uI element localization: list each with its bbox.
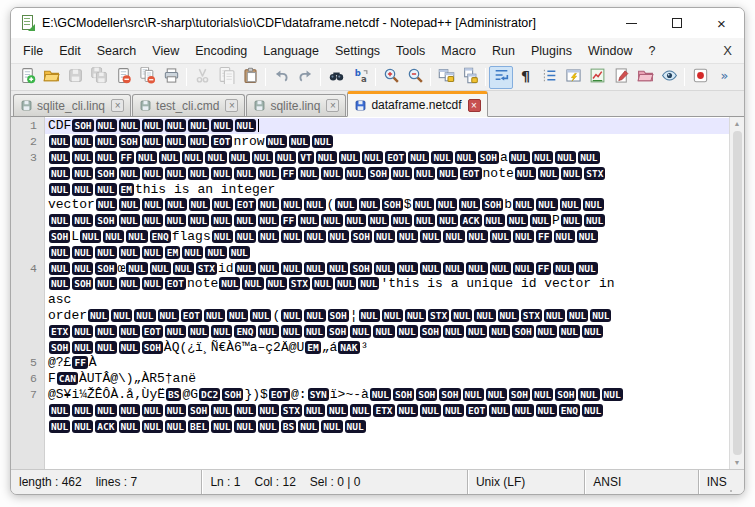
menu-item-tools[interactable]: Tools	[388, 41, 433, 61]
control-char-block: NUL	[188, 167, 209, 180]
document-map-button[interactable]	[585, 66, 609, 89]
menu-item-edit[interactable]: Edit	[51, 41, 89, 61]
saved-file-icon	[20, 99, 33, 112]
replace-button[interactable]: ba	[348, 66, 372, 89]
folder-as-workspace-button[interactable]	[633, 66, 657, 89]
record-macro-button[interactable]	[688, 66, 712, 89]
menu-item-window[interactable]: Window	[580, 41, 640, 61]
redo-button[interactable]	[293, 66, 317, 89]
toolbar: ba¶»	[11, 63, 744, 91]
word-wrap-button[interactable]	[489, 66, 513, 89]
control-char-block: SOH	[509, 388, 530, 401]
line-number: 1	[11, 119, 45, 132]
menu-item-file[interactable]: File	[15, 41, 51, 61]
save-button[interactable]	[63, 66, 87, 89]
menu-item-encoding[interactable]: Encoding	[187, 41, 255, 61]
function-list-button[interactable]	[609, 66, 633, 89]
close-button[interactable]: ×	[699, 8, 744, 38]
text-segment: })$	[244, 387, 267, 402]
tab-close-icon[interactable]: ×	[326, 99, 339, 112]
text-area[interactable]: 1CDFSOHNULNULNULNULNULNULNUL2NULNULNULSO…	[11, 118, 729, 469]
overflow-button[interactable]: »	[712, 66, 736, 89]
scroll-up-icon[interactable]: ▲	[734, 117, 741, 130]
indent-guides-icon	[541, 67, 558, 88]
control-char-block: SOH	[416, 388, 437, 401]
cut-button[interactable]	[190, 66, 214, 89]
control-char-block: STX	[196, 262, 217, 275]
menu-item-search[interactable]: Search	[89, 41, 145, 61]
eol-format[interactable]: Unix (LF)	[468, 470, 585, 494]
tab-close-icon[interactable]: ×	[468, 99, 481, 112]
tab-sqlite_cli.linq[interactable]: sqlite_cli.linq×	[13, 94, 131, 116]
indent-guides-button[interactable]	[537, 66, 561, 89]
sync-horizontal-button[interactable]	[458, 66, 482, 89]
menu-item-view[interactable]: View	[144, 41, 187, 61]
vertical-scrollbar[interactable]: ▲ ▼	[729, 117, 744, 469]
resize-grip[interactable]	[727, 482, 734, 494]
control-char-block: NUL	[554, 230, 575, 243]
menu-item-macro[interactable]: Macro	[433, 41, 484, 61]
control-char-block: NUL	[258, 404, 279, 417]
control-char-block: NUL	[119, 341, 140, 354]
scrollbar-thumb[interactable]	[733, 131, 742, 455]
find-button[interactable]	[324, 66, 348, 89]
tab-test_cli.cmd[interactable]: test_cli.cmd×	[132, 94, 245, 116]
row-content: @S¥i¼ŽÊÔÀ.å‚ÙyËBS@GDC2SOH})$EOT@:SYNï>~-…	[45, 387, 729, 403]
control-char-block: NUL	[583, 198, 604, 211]
maximize-button[interactable]	[654, 8, 699, 38]
close-icon: ×	[717, 16, 726, 31]
row-content: orderNULNULNULNULEOTNULNULNUL(NULNULSOH¦…	[45, 308, 729, 324]
menu-item-help[interactable]: ?	[640, 41, 663, 61]
editor-row: SOHLNULNULNULENQflagsNULNULNULNULNULNULS…	[11, 229, 729, 245]
text-segment: CDF	[48, 118, 71, 133]
copy-button[interactable]	[214, 66, 238, 89]
menu-item-run[interactable]: Run	[484, 41, 523, 61]
tab-close-icon[interactable]: ×	[225, 99, 238, 112]
control-char-block: NUL	[443, 230, 464, 243]
print-button[interactable]	[159, 66, 183, 89]
sync-vertical-button[interactable]	[434, 66, 458, 89]
open-file-button[interactable]	[39, 66, 63, 89]
title-bar[interactable]: E:\GCModeller\src\R-sharp\tutorials\io\C…	[11, 8, 744, 38]
menu-item-plugins[interactable]: Plugins	[523, 41, 580, 61]
paste-button[interactable]	[238, 66, 262, 89]
user-defined-language-button[interactable]	[561, 66, 585, 89]
zoom-out-button[interactable]	[403, 66, 427, 89]
row-content: NULNULSOHœNULNULNULSTXidNULNULNULNULNULS…	[45, 260, 729, 276]
menu-item-language[interactable]: Language	[255, 41, 327, 61]
control-char-block: NUL	[49, 420, 70, 433]
tab-dataframe.netcdf[interactable]: dataframe.netcdf×	[347, 91, 487, 117]
control-char-block: NUL	[455, 151, 476, 164]
undo-button[interactable]	[269, 66, 293, 89]
save-all-button[interactable]	[87, 66, 111, 89]
menubar-close-icon[interactable]: X	[723, 43, 732, 58]
control-char-block: NUL	[555, 151, 576, 164]
tab-close-icon[interactable]: ×	[111, 99, 124, 112]
zoom-in-button[interactable]	[379, 66, 403, 89]
encoding[interactable]: ANSI	[585, 470, 698, 494]
tab-sqlite.linq[interactable]: sqlite.linq×	[246, 94, 346, 116]
control-char-block: NUL	[584, 214, 605, 227]
new-file-button[interactable]	[15, 66, 39, 89]
control-char-block: NUL	[431, 151, 452, 164]
control-char-block: NUL	[182, 151, 203, 164]
svg-text:»: »	[720, 68, 728, 83]
user-defined-language-icon	[565, 67, 582, 88]
row-content: asc	[45, 292, 729, 308]
control-char-block: NUL	[359, 309, 380, 322]
close-button[interactable]	[111, 66, 135, 89]
control-char-block: NUL	[578, 388, 599, 401]
show-all-characters-button[interactable]: ¶	[513, 66, 537, 89]
row-content: SOHLNULNULNULENQflagsNULNULNULNULNULNULS…	[45, 229, 729, 245]
control-char-block: NUL	[96, 198, 117, 211]
minimize-button[interactable]	[609, 8, 654, 38]
insert-mode[interactable]: INS	[699, 470, 744, 494]
close-all-button[interactable]	[135, 66, 159, 89]
monitoring-button[interactable]	[657, 66, 681, 89]
control-char-block: NUL	[561, 214, 582, 227]
editor-pane[interactable]: 1CDFSOHNULNULNULNULNULNULNUL2NULNULNULSO…	[11, 117, 744, 470]
control-char-block: NUL	[304, 230, 325, 243]
scroll-down-icon[interactable]: ▼	[734, 456, 741, 469]
menu-item-settings[interactable]: Settings	[327, 41, 388, 61]
text-segment: order	[48, 308, 87, 323]
